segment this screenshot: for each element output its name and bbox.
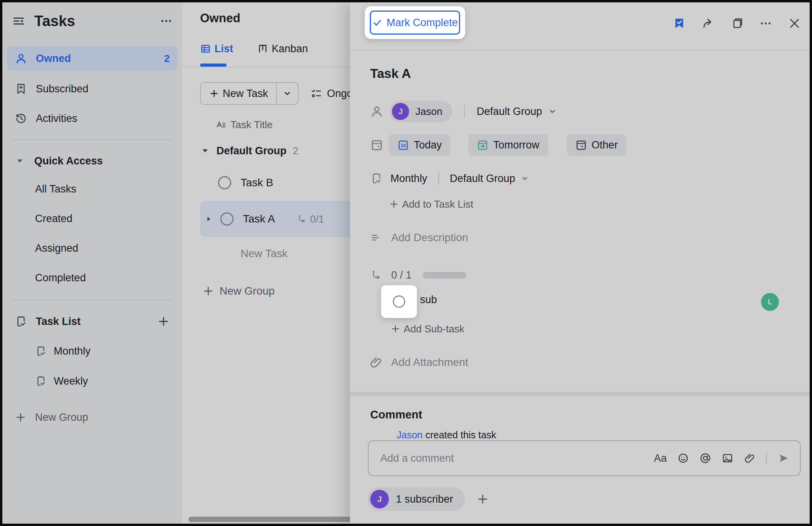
- comment-input[interactable]: Add a comment Aa: [368, 440, 801, 476]
- new-task-split-button[interactable]: New Task: [200, 82, 299, 105]
- new-task-label: New Task: [223, 88, 268, 100]
- due-option-label: Today: [414, 139, 442, 151]
- close-icon[interactable]: [788, 17, 801, 30]
- tab-label: Kanban: [272, 43, 308, 55]
- tab-kanban[interactable]: Kanban: [257, 43, 308, 55]
- due-tomorrow-button[interactable]: Tomorrow: [468, 134, 548, 156]
- item-label: Monthly: [54, 345, 91, 357]
- task-title: Task A: [243, 213, 275, 225]
- subscribed-bookmark-icon[interactable]: [673, 17, 686, 30]
- horizontal-scrollbar[interactable]: [188, 517, 355, 522]
- caret-down-icon[interactable]: [200, 146, 210, 156]
- more-icon[interactable]: [759, 17, 772, 30]
- share-icon[interactable]: [701, 17, 715, 30]
- attachment-row[interactable]: Add Attachment: [369, 352, 468, 372]
- group-select-label[interactable]: Default Group: [476, 106, 542, 118]
- add-to-task-list-button[interactable]: Add to Task List: [389, 196, 473, 213]
- subscriber-row: J 1 subscriber: [368, 487, 489, 511]
- new-task-button[interactable]: New Task: [201, 83, 276, 104]
- task-row-task-b[interactable]: Task B: [200, 171, 357, 195]
- assignee-avatar: J: [392, 103, 409, 120]
- subtask-checkbox[interactable]: [393, 295, 405, 308]
- activity-user: Jason: [397, 429, 423, 440]
- task-list-name[interactable]: Monthly: [390, 173, 427, 185]
- task-row-task-a-selected[interactable]: Task A 0/1: [200, 201, 357, 237]
- chevron-down-icon[interactable]: [520, 174, 529, 183]
- add-subscriber-icon[interactable]: [476, 493, 489, 505]
- inline-new-task-placeholder[interactable]: New Task: [241, 243, 288, 264]
- due-other-button[interactable]: Other: [567, 134, 627, 156]
- detail-task-title[interactable]: Task A: [370, 65, 411, 83]
- emoji-icon[interactable]: [677, 452, 689, 464]
- task-lists-row: Monthly Default Group: [370, 168, 529, 189]
- group-header-row[interactable]: Default Group 2: [200, 140, 357, 161]
- sidebar-divider: [12, 299, 173, 300]
- sidebar-item-label: Subscribed: [36, 83, 170, 95]
- separator: [438, 172, 439, 185]
- item-label: New Group: [35, 411, 170, 424]
- image-icon[interactable]: [722, 452, 733, 464]
- sidebar-item-activities[interactable]: Activities: [7, 106, 178, 131]
- sidebar-item-weekly[interactable]: Weekly: [7, 370, 178, 392]
- task-list-section-header[interactable]: Task List: [7, 310, 178, 333]
- collapse-sidebar-icon[interactable]: [12, 14, 26, 28]
- add-task-list-icon[interactable]: [157, 315, 170, 328]
- subtask-branch-icon: [370, 269, 382, 281]
- sidebar-header: Tasks: [12, 7, 173, 35]
- sidebar: Tasks Owned 2 Subscribed Activities: [2, 2, 182, 524]
- quick-access-header[interactable]: Quick Access: [7, 150, 178, 172]
- due-today-button[interactable]: 24 Today: [389, 134, 450, 156]
- subtask-count: 0/1: [297, 213, 324, 225]
- tab-list[interactable]: List: [200, 43, 233, 55]
- attach-icon[interactable]: [744, 452, 756, 464]
- sidebar-item-subscribed[interactable]: Subscribed: [7, 76, 178, 101]
- separator: [464, 105, 465, 118]
- history-clock-icon: [15, 112, 27, 125]
- item-label: New Group: [220, 285, 275, 297]
- plus-icon: [15, 411, 26, 423]
- sidebar-item-owned[interactable]: Owned 2: [7, 46, 178, 71]
- subtask-title[interactable]: sub: [420, 294, 437, 306]
- plus-icon: [389, 199, 399, 209]
- sidebar-item-label: Owned: [36, 53, 164, 65]
- subtask-assignee-avatar[interactable]: L: [761, 293, 779, 311]
- list-new-group-button[interactable]: New Group: [202, 281, 275, 302]
- add-subtask-label: Add Sub-task: [404, 323, 464, 335]
- send-icon[interactable]: [777, 452, 790, 464]
- section-divider: [350, 392, 810, 396]
- sidebar-new-group-button[interactable]: New Group: [7, 406, 178, 429]
- bookmark-plus-icon: [15, 83, 27, 95]
- mention-icon[interactable]: [700, 452, 711, 464]
- assignee-pill[interactable]: J Jason: [390, 101, 452, 122]
- app-window: Tasks Owned 2 Subscribed Activities: [0, 0, 812, 526]
- comment-toolbar: Aa: [654, 452, 790, 464]
- calendar-icon: [370, 138, 383, 152]
- new-task-dropdown[interactable]: [277, 83, 298, 104]
- chevron-down-icon[interactable]: [547, 106, 557, 116]
- sidebar-item-monthly[interactable]: Monthly: [7, 340, 178, 362]
- mark-complete-button[interactable]: Mark Complete: [370, 11, 460, 35]
- column-header-task-title[interactable]: Task Title: [216, 116, 272, 133]
- description-row[interactable]: Add Description: [370, 228, 468, 247]
- item-label: Completed: [35, 272, 86, 284]
- assignee-row: J Jason Default Group: [370, 100, 557, 123]
- duplicate-icon[interactable]: [730, 17, 743, 30]
- comment-placeholder: Add a comment: [380, 452, 654, 464]
- sidebar-item-all-tasks[interactable]: All Tasks: [7, 178, 178, 200]
- task-list-group[interactable]: Default Group: [450, 173, 515, 185]
- sidebar-item-created[interactable]: Created: [7, 207, 178, 230]
- plus-icon: [202, 285, 214, 297]
- add-subtask-button[interactable]: Add Sub-task: [390, 320, 464, 337]
- sidebar-item-completed[interactable]: Completed: [7, 267, 178, 289]
- caret-right-icon[interactable]: [204, 214, 213, 224]
- sidebar-item-assigned[interactable]: Assigned: [7, 237, 178, 259]
- task-list-icon: [370, 172, 383, 185]
- description-placeholder: Add Description: [391, 231, 468, 244]
- text-format-icon[interactable]: Aa: [654, 452, 667, 464]
- sidebar-more-icon[interactable]: [160, 14, 173, 28]
- task-checkbox[interactable]: [220, 212, 234, 226]
- subscriber-avatar: J: [370, 490, 389, 508]
- detail-actions: [673, 15, 801, 32]
- subscriber-pill[interactable]: J 1 subscriber: [368, 487, 465, 511]
- task-checkbox[interactable]: [218, 176, 231, 189]
